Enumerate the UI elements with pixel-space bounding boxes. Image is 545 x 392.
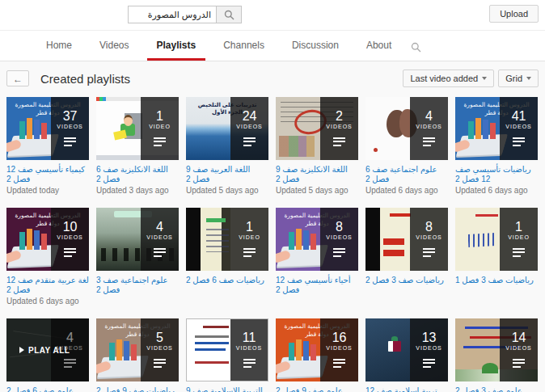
playlist-icon [333,356,345,369]
playlist-thumbnail[interactable]: الدروس التعليمية المصورةدولة قطر 37 VIDE… [6,97,89,160]
playlist-thumbnail[interactable]: 8 VIDEOS [365,208,448,271]
chevron-down-icon [526,77,531,80]
video-count: 4 [156,220,163,234]
playlist-thumbnail[interactable]: 4 VIDEOS PLAY ALL [6,318,89,381]
sort-dropdown[interactable]: Last video added [403,70,494,87]
video-count: 2 [336,109,343,123]
playlist-title-link[interactable]: اللغة الانكليزية صف 9 فصل 2 [276,165,358,184]
playlist-title-link[interactable]: التربية الاسلامية صف 9 فصل 2 [186,386,268,392]
video-count-overlay: 8 VIDEOS [410,208,448,271]
video-count-label: VIDEOS [57,124,82,129]
playlist-card: 13 VIDEOS تربية اسلامية صف 12 فصل 2 [365,318,448,392]
playlist-card: 4 VIDEOS علوم اجتماعية صف 3 فصل 2 [96,208,179,295]
upload-button[interactable]: Upload [489,5,539,23]
playlist-thumbnail[interactable]: الدروس التعليمية المصورةدولة قطر 10 VIDE… [6,208,89,271]
playlist-updated-text: Updated 6 days ago [6,297,89,306]
playlist-title-link[interactable]: رياضيات صف 9 فصل 2 [96,386,179,392]
playlist-thumbnail[interactable]: 13 VIDEOS [365,318,448,381]
playlist-icon [154,135,166,148]
video-count-label: VIDEOS [57,234,82,240]
playlist-title-link[interactable]: كيمياء تأسيسي صف 12 فصل 2 [6,165,89,184]
tab-discussion[interactable]: Discussion [282,32,349,61]
playlist-icon [513,135,525,148]
video-count-label: VIDEO [239,234,260,240]
video-count-overlay: 4 VIDEOS [141,208,179,271]
tab-playlists[interactable]: Playlists [147,32,206,61]
channel-search-icon[interactable] [411,42,421,53]
playlist-thumbnail[interactable]: الدروس التعليمية المصورةدولة قطر 5 VIDEO… [96,318,179,381]
video-count: 37 [63,109,78,123]
playlist-card: 1 VIDEO رياضيات صف 3 فصل 1 [455,208,538,285]
playlist-thumbnail[interactable]: تدريبات على التلخيصالجزء الأول 24 VIDEOS [186,97,268,160]
tab-about[interactable]: About [357,32,401,61]
playlist-title-link[interactable]: رياضيات صف 3 فصل 2 [365,276,448,285]
playlist-updated-text: Updated 6 days ago [365,186,448,195]
playlist-card: 1 VIDEO اللغة الانكليزية صف 6 فصل 2 Upda… [96,97,179,195]
playlist-thumbnail[interactable]: الدروس التعليمية المصورةدولة قطر 8 VIDEO… [276,208,358,271]
header-actions: Last video added Grid [403,70,539,87]
playlist-card: الدروس التعليمية المصورةدولة قطر 5 VIDEO… [96,318,179,392]
playlist-title-link[interactable]: علوم اجتماعية صف 6 فصل 2 [365,165,448,184]
video-count-label: VIDEOS [416,124,441,129]
playlist-title-link[interactable]: علوم اجتماعية صف 3 فصل 2 [96,276,179,295]
view-dropdown-label: Grid [505,74,522,83]
playlist-title-link[interactable]: رياضيات صف 6 فصل 2 [186,276,268,285]
playlist-thumbnail[interactable]: 14 VIDEOS [455,318,538,381]
playlist-title-link[interactable]: اللغة الانكليزية صف 6 فصل 2 [96,165,179,184]
playlist-title-link[interactable]: رياضيات صف 3 فصل 1 [455,276,538,285]
video-count-label: VIDEO [149,124,171,129]
video-count-overlay: 1 VIDEO [230,208,268,271]
video-count-overlay: 4 VIDEOS [410,97,448,160]
video-count: 16 [332,331,347,344]
playlist-thumbnail[interactable]: 4 VIDEOS [365,97,448,160]
back-button[interactable]: ← [6,70,29,86]
playlist-title-link[interactable]: اللغة العربية صف 9 فصل 2 [186,165,268,184]
playlist-icon [243,135,256,148]
playlist-card: الدروس التعليمية المصورةدولة قطر 10 VIDE… [6,208,89,306]
tab-videos[interactable]: Videos [90,32,138,61]
video-count-label: VIDEO [508,234,530,240]
video-count: 1 [156,109,163,123]
playlist-title-link[interactable]: علوم صف 6 فصل 2 [6,386,89,392]
video-count-label: VIDEOS [326,234,352,240]
video-count: 5 [156,331,163,344]
video-count-overlay: 11 VIDEOS [230,319,268,381]
video-count-overlay: 8 VIDEOS [320,208,358,271]
playlist-thumbnail[interactable]: 1 VIDEO [455,208,538,271]
playlist-card: 8 VIDEOS رياضيات صف 3 فصل 2 [365,208,448,285]
video-count-label: VIDEOS [236,124,262,129]
playlist-icon [423,356,435,369]
back-arrow-icon: ← [13,74,23,85]
playlist-thumbnail[interactable]: الدروس التعليمية المصورةدولة قطر 41 VIDE… [455,97,538,160]
playlist-thumbnail[interactable]: 2 VIDEOS [276,97,358,160]
search-input[interactable] [128,6,216,23]
playlist-icon [64,246,76,259]
playlist-icon [423,135,435,148]
search-button[interactable] [216,6,242,23]
play-all-overlay[interactable]: PLAY ALL [6,318,89,381]
playlist-thumbnail[interactable]: 1 VIDEO [96,97,179,160]
tab-home[interactable]: Home [36,32,82,61]
view-dropdown[interactable]: Grid [498,70,539,87]
playlist-updated-text: Updated 5 days ago [186,186,268,195]
playlist-thumbnail[interactable]: 1 VIDEO [186,208,268,271]
playlist-thumbnail[interactable]: 11 VIDEOS [186,318,268,381]
video-count-overlay: 2 VIDEOS [320,97,358,160]
playlist-thumbnail[interactable]: الدروس التعليمية المصورةدولة قطر 16 VIDE… [276,318,358,381]
playlist-title-link[interactable]: علوم صف 9 فصل 2 [276,386,358,392]
sort-dropdown-label: Last video added [410,74,478,83]
search-box [128,6,242,23]
video-count-label: VIDEOS [326,345,352,351]
playlist-title-link[interactable]: لغة عربية متقدم صف 12 فصل 2 [6,276,89,295]
video-count-overlay: 5 VIDEOS [141,318,179,381]
playlist-title-link[interactable]: رياضيات تأسيسي صف 12 فصل 2 [455,165,538,184]
playlist-thumbnail[interactable]: 4 VIDEOS [96,208,179,271]
playlist-title-link[interactable]: تربية اسلامية صف 12 فصل 2 [365,386,448,392]
tab-channels[interactable]: Channels [213,32,274,61]
top-bar: Upload [0,0,545,31]
video-count-overlay: 16 VIDEOS [320,318,358,381]
playlist-title-link[interactable]: علوم صف 3 فصل 2 [455,386,538,392]
playlist-title-link[interactable]: أحياء تأسيسي صف 12 فصل 2 [276,276,358,295]
playlist-card: 2 VIDEOS اللغة الانكليزية صف 9 فصل 2 Upd… [276,97,358,195]
video-count-overlay: 14 VIDEOS [500,318,538,381]
